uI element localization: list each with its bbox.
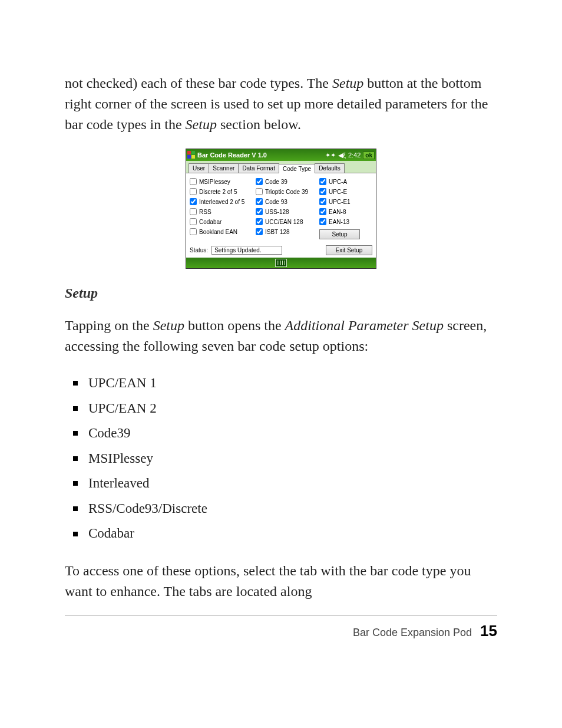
cb-label: UPC-E (329, 189, 347, 195)
status-label: Status: (190, 247, 208, 253)
cb-label: EAN-13 (329, 219, 349, 225)
cb-label: Discrete 2 of 5 (199, 189, 237, 195)
status-field: Settings Updated. (211, 246, 282, 255)
windows-flag-icon (187, 151, 196, 159)
section-heading-setup: Setup (65, 285, 497, 301)
checkbox-column-3: UPC-A UPC-E UPC-E1 EAN-8 EAN-13 Setup (319, 178, 372, 239)
cb-upc-a[interactable]: UPC-A (319, 178, 372, 185)
cb-upc-e[interactable]: UPC-E (319, 188, 372, 195)
cb-code93[interactable]: Code 93 (256, 198, 317, 205)
cb-label: Bookland EAN (199, 229, 237, 235)
checkbox[interactable] (256, 198, 263, 205)
ok-button[interactable]: ok (363, 151, 375, 159)
paragraph-tabs-desc: To access one of these options, select t… (65, 561, 497, 602)
checkbox[interactable] (190, 188, 197, 195)
cb-upc-e1[interactable]: UPC-E1 (319, 198, 372, 205)
cb-ean13[interactable]: EAN-13 (319, 218, 372, 225)
status-row: Status: Settings Updated. Exit Setup (186, 243, 376, 258)
list-item: MSIPlessey (65, 446, 497, 472)
checkbox[interactable] (190, 208, 197, 215)
checkbox[interactable] (256, 228, 263, 235)
checkbox[interactable] (319, 198, 326, 205)
list-item: RSS/Code93/Discrete (65, 496, 497, 522)
checkbox[interactable] (190, 198, 197, 205)
cb-codabar[interactable]: Codabar (190, 218, 253, 225)
cb-label: Code 93 (265, 199, 287, 205)
keyboard-icon[interactable] (275, 259, 287, 267)
cb-uss128[interactable]: USS-128 (256, 208, 317, 215)
cb-label: MSIPlessey (199, 179, 230, 185)
clock-time: 2:42 (348, 151, 361, 159)
page-footer: Bar Code Expansion Pod 15 (65, 622, 497, 640)
cb-ucc-ean128[interactable]: UCC/EAN 128 (256, 218, 317, 225)
tab-user[interactable]: User (189, 163, 209, 173)
cb-isbt128[interactable]: ISBT 128 (256, 228, 317, 235)
checkbox[interactable] (190, 218, 197, 225)
cb-label: Code 39 (265, 179, 287, 185)
cb-discrete-2of5[interactable]: Discrete 2 of 5 (190, 188, 253, 195)
cb-label: USS-128 (265, 209, 289, 215)
emph-setup: Setup (332, 75, 363, 91)
footer-rule (65, 615, 497, 616)
checkbox[interactable] (319, 218, 326, 225)
text: Tapping on the (65, 318, 153, 333)
checkbox[interactable] (256, 218, 263, 225)
document-page: not checked) each of these bar code type… (0, 0, 562, 728)
emph-additional-param: Additional Parameter Setup (285, 318, 444, 333)
cb-ean8[interactable]: EAN-8 (319, 208, 372, 215)
tab-data-format[interactable]: Data Format (238, 163, 279, 173)
cb-label: Interleaved 2 of 5 (199, 199, 244, 205)
tab-scanner[interactable]: Scanner (209, 163, 239, 173)
list-item: Code39 (65, 421, 497, 446)
list-item: UPC/EAN 2 (65, 396, 497, 421)
text: section below. (217, 117, 301, 132)
text: not checked) each of these bar code type… (65, 75, 332, 91)
cb-label: EAN-8 (329, 209, 346, 215)
cb-msiplessey[interactable]: MSIPlessey (190, 178, 253, 185)
setup-button[interactable]: Setup (319, 229, 360, 239)
checkbox[interactable] (256, 178, 263, 185)
code-type-panel: MSIPlessey Discrete 2 of 5 Interleaved 2… (186, 173, 376, 243)
titlebar-status: ✦✦ ◀ξ 2:42 ok (325, 151, 375, 159)
tab-code-type[interactable]: Code Type (279, 164, 315, 173)
signal-icon: ✦✦ (325, 151, 336, 159)
checkbox[interactable] (319, 178, 326, 185)
checkbox[interactable] (190, 178, 197, 185)
cb-trioptic-code39[interactable]: Trioptic Code 39 (256, 188, 317, 195)
checkbox-column-2: Code 39 Trioptic Code 39 Code 93 USS-128… (256, 178, 317, 239)
list-item: UPC/EAN 1 (65, 371, 497, 396)
checkbox[interactable] (256, 208, 263, 215)
checkbox[interactable] (319, 188, 326, 195)
cb-label: Codabar (199, 219, 222, 225)
text: button opens the (184, 318, 285, 333)
cb-code39[interactable]: Code 39 (256, 178, 317, 185)
tab-bar: User Scanner Data Format Code Type Defau… (186, 161, 376, 173)
cb-bookland-ean[interactable]: Bookland EAN (190, 228, 253, 235)
list-item: Interleaved (65, 471, 497, 496)
titlebar: Bar Code Reader V 1.0 ✦✦ ◀ξ 2:42 ok (186, 149, 376, 161)
cb-interleaved-2of5[interactable]: Interleaved 2 of 5 (190, 198, 253, 205)
app-title: Bar Code Reader V 1.0 (197, 151, 325, 159)
sip-bar (186, 258, 376, 268)
list-item: Codabar (65, 521, 497, 546)
paragraph-intro: not checked) each of these bar code type… (65, 73, 497, 134)
cb-label: RSS (199, 209, 211, 215)
checkbox[interactable] (190, 228, 197, 235)
cb-label: UPC-A (329, 179, 347, 185)
footer-title: Bar Code Expansion Pod (353, 627, 472, 639)
checkbox[interactable] (256, 188, 263, 195)
cb-rss[interactable]: RSS (190, 208, 253, 215)
app-screenshot: Bar Code Reader V 1.0 ✦✦ ◀ξ 2:42 ok User… (186, 149, 376, 269)
paragraph-setup-desc: Tapping on the Setup button opens the Ad… (65, 315, 497, 357)
tab-defaults[interactable]: Defaults (315, 163, 345, 173)
speaker-icon: ◀ξ (338, 151, 346, 159)
checkbox-column-1: MSIPlessey Discrete 2 of 5 Interleaved 2… (190, 178, 253, 239)
exit-setup-button[interactable]: Exit Setup (326, 245, 372, 255)
checkbox[interactable] (319, 208, 326, 215)
emph-setup: Setup (153, 318, 184, 333)
cb-label: ISBT 128 (265, 229, 290, 235)
page-number: 15 (480, 622, 497, 640)
setup-options-list: UPC/EAN 1 UPC/EAN 2 Code39 MSIPlessey In… (65, 371, 497, 546)
cb-label: Trioptic Code 39 (265, 189, 308, 195)
emph-setup: Setup (186, 117, 217, 132)
